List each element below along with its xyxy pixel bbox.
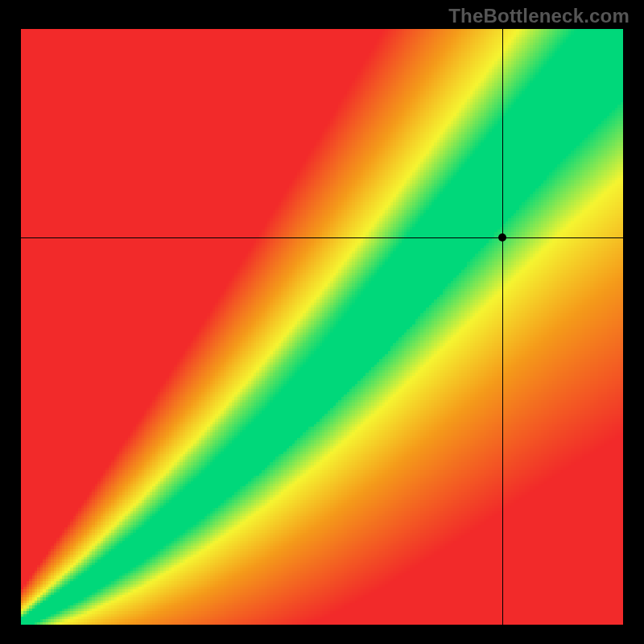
chart-frame: TheBottleneck.com <box>0 0 644 644</box>
watermark-text: TheBottleneck.com <box>448 5 630 27</box>
crosshair-horizontal <box>21 237 623 238</box>
plot-area <box>21 29 623 625</box>
heatmap-canvas <box>21 29 623 625</box>
marker-dot <box>498 233 506 242</box>
crosshair-vertical <box>502 29 503 625</box>
